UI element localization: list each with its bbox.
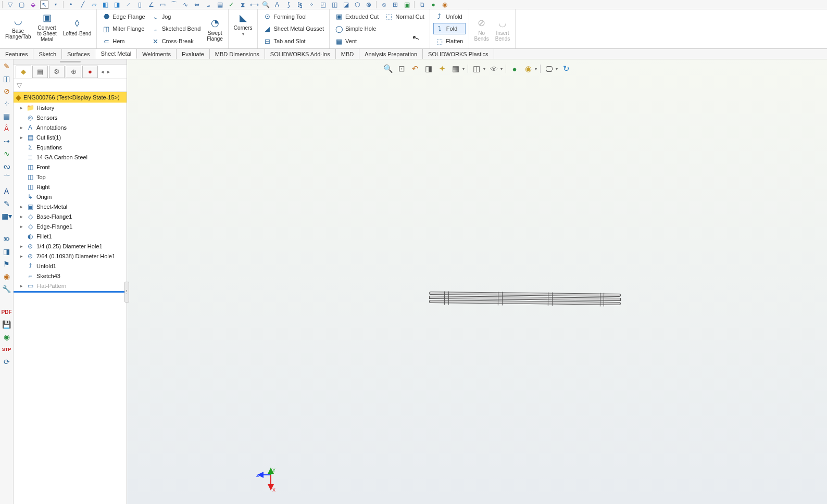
rail-text-icon[interactable]: A	[2, 186, 11, 196]
tree-node[interactable]: ◫Front	[14, 162, 127, 172]
rect-icon[interactable]: ▭	[158, 1, 167, 9]
tree-node[interactable]: ◐Fillet1	[14, 231, 127, 241]
tree-node[interactable]: ▸▭Flat-Pattern	[14, 281, 127, 291]
globe-icon[interactable]: ●	[429, 1, 437, 9]
tab-weldments[interactable]: Weldments	[137, 49, 177, 59]
prev-view-icon[interactable]: ↶	[410, 64, 420, 74]
swept-flange-button[interactable]: ◔ Swept Flange	[204, 10, 226, 47]
sheet-metal-model[interactable]	[429, 292, 621, 306]
measure-icon[interactable]: ⇔	[193, 1, 201, 9]
tab-slot-button[interactable]: ⊟Tab and Slot	[261, 35, 326, 47]
expand-icon[interactable]: ▸	[19, 135, 24, 140]
zoom-fit-icon[interactable]: 🔍	[383, 64, 393, 74]
rail-pdf-icon[interactable]: PDF	[2, 307, 11, 317]
fold-button[interactable]: ⤵Fold	[433, 23, 466, 34]
rail-mate-icon[interactable]: ⇢	[2, 136, 11, 146]
tab-mbd-dimensions[interactable]: MBD Dimensions	[210, 49, 265, 59]
face-icon[interactable]: ▯	[135, 1, 144, 9]
rail-table-icon[interactable]: ▦▾	[2, 211, 11, 221]
expand-icon[interactable]: ▸	[19, 105, 24, 110]
chevron-down-icon[interactable]: ▾	[500, 67, 503, 71]
mirror-icon[interactable]: ⧎	[296, 1, 304, 9]
rail-wrench-icon[interactable]: 🔧	[2, 284, 11, 294]
line-icon[interactable]: ╱	[78, 1, 86, 9]
tree-node[interactable]: ▸⊘7/64 (0.10938) Diameter Hole1	[14, 251, 127, 261]
rail-box-icon[interactable]: ◨	[2, 247, 11, 256]
config-icon[interactable]: ▣	[403, 1, 411, 9]
rail-feature-icon[interactable]: ◫	[2, 74, 11, 83]
dynamic-icon[interactable]: ✦	[437, 64, 447, 74]
wrap-icon[interactable]: ⬡	[353, 1, 361, 9]
rail-arc-icon[interactable]: ⌒	[2, 174, 11, 183]
extruded-cut-button[interactable]: ▣Extruded Cut	[333, 11, 381, 22]
help-icon[interactable]: ◉	[441, 1, 449, 9]
tree-node[interactable]: ΣEquations	[14, 142, 127, 152]
hem-button[interactable]: ⊂Hem	[100, 35, 147, 47]
tree-node[interactable]: ▸⊘1/4 (0.25) Diameter Hole1	[14, 241, 127, 251]
jog-button[interactable]: ⦦Jog	[149, 11, 203, 22]
spline-icon[interactable]: ∿	[181, 1, 190, 9]
scene-icon[interactable]: ◉	[523, 64, 533, 74]
rail-save-icon[interactable]: 💾	[2, 320, 11, 329]
tree-node[interactable]: ⌐Sketch43	[14, 271, 127, 281]
window-icon[interactable]: ⧉	[418, 1, 426, 9]
cursor-dropdown-icon[interactable]: ▾	[52, 1, 60, 9]
draft2-icon[interactable]: ◪	[342, 1, 350, 9]
edge-flange-button[interactable]: ⬣Edge Flange	[100, 11, 147, 22]
draft-icon[interactable]: ⧗	[239, 1, 247, 9]
cursor-icon[interactable]: ↖	[40, 1, 48, 9]
appearance-icon[interactable]: ●	[509, 64, 520, 74]
tree-node[interactable]: ▸AAnnotations	[14, 122, 127, 132]
rail-globe-icon[interactable]: ◉	[2, 332, 11, 342]
fm-tab-scroll-right[interactable]: ▸	[105, 67, 111, 77]
chevron-down-icon[interactable]: ▾	[483, 67, 485, 71]
miter-flange-button[interactable]: ◫Miter Flange	[100, 23, 147, 34]
lofted-bend-button[interactable]: ◊ Lofted-Bend	[60, 10, 95, 43]
edge-icon[interactable]: ⟋	[124, 1, 132, 9]
cube-icon[interactable]: ◨	[112, 1, 121, 9]
view-orient-icon[interactable]: ▦	[450, 64, 461, 74]
fm-tab-config[interactable]: ⚙	[49, 66, 65, 78]
tab-surfaces[interactable]: Surfaces	[62, 49, 95, 59]
rebuild-icon[interactable]: ↻	[561, 64, 571, 74]
fm-tab-appearance[interactable]: ●	[82, 66, 98, 78]
rib-icon[interactable]: ◫	[330, 1, 339, 9]
tab-analysis-preparation[interactable]: Analysis Preparation	[359, 49, 423, 59]
graphics-viewport[interactable]: ⋮ 🔍 ⊡ ↶ ◨ ✦ ▦▾ ◫▾ 👁▾ ● ◉▾ 🖵▾ ↻	[127, 59, 827, 504]
rail-measure-icon[interactable]: Å	[2, 124, 11, 133]
feature-filter[interactable]: ▽	[14, 79, 127, 92]
rail-spline-icon[interactable]: ᔓ	[2, 161, 11, 171]
view-triad[interactable]: Z Y X	[256, 469, 277, 489]
tree-node[interactable]: ▸▤Cut list(1)	[14, 132, 127, 142]
tree-node[interactable]: ↳Origin	[14, 192, 127, 201]
tree-node[interactable]: ≣14 GA Carbon Steel	[14, 152, 127, 162]
intersect-icon[interactable]: ⊗	[365, 1, 373, 9]
tab-sheet-metal[interactable]: Sheet Metal	[95, 49, 137, 59]
base-flange-button[interactable]: ◡ Base Flange/Tab	[2, 10, 34, 43]
expand-icon[interactable]: ▸	[19, 283, 24, 288]
fm-tab-display[interactable]: ⊕	[66, 66, 81, 78]
rail-pattern-icon[interactable]: ⁘	[2, 99, 11, 108]
rail-sync-icon[interactable]: ⟳	[2, 357, 11, 367]
corners-button[interactable]: ◣ Corners ▾	[231, 10, 256, 37]
hide-show-icon[interactable]: 👁	[488, 64, 499, 74]
tab-solidworks-add-ins[interactable]: SOLIDWORKS Add-Ins	[265, 49, 336, 59]
tree-root[interactable]: ◆ ENG000766 (Test<Display State-15>)	[14, 92, 127, 103]
tree-node[interactable]: ▸◇Edge-Flange1	[14, 221, 127, 231]
normal-cut-button[interactable]: ⬚Normal Cut	[383, 11, 427, 22]
expand-icon[interactable]: ▸	[19, 204, 24, 209]
sketched-bend-button[interactable]: ⦧Sketched Bend	[149, 23, 203, 34]
view-settings-icon[interactable]: 🖵	[544, 64, 554, 74]
sheet-metal-gusset-button[interactable]: ◢Sheet Metal Gusset	[261, 23, 326, 34]
rail-curve-icon[interactable]: ∿	[2, 149, 11, 158]
dim-icon[interactable]: ⟷	[250, 1, 258, 9]
rail-appear-icon[interactable]: ◉	[2, 272, 11, 281]
rollback-bar[interactable]	[14, 291, 127, 293]
tab-mbd[interactable]: MBD	[336, 49, 359, 59]
tab-features[interactable]: Features	[0, 49, 33, 59]
rail-step-icon[interactable]: STP	[2, 345, 11, 354]
tree-node[interactable]: ▸📁History	[14, 103, 127, 112]
vent-button[interactable]: ▦Vent	[333, 35, 381, 47]
ref-icon[interactable]: ⊞	[391, 1, 399, 9]
expand-icon[interactable]: ▸	[19, 214, 24, 219]
